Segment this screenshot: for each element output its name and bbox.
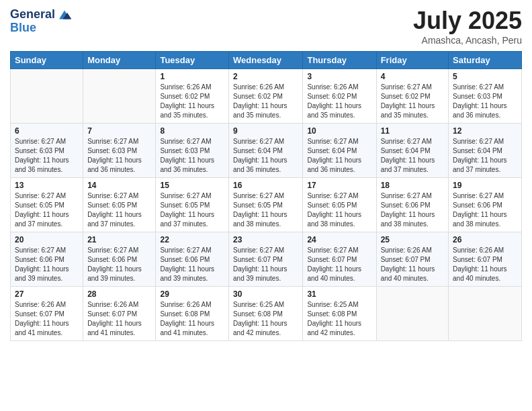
day-number: 25 (381, 235, 444, 244)
day-number: 30 (233, 289, 298, 299)
day-number: 2 (233, 72, 298, 81)
day-number: 24 (307, 235, 371, 244)
day-info: Sunrise: 6:25 AMSunset: 6:08 PMDaylight:… (233, 300, 298, 338)
day-info: Sunrise: 6:27 AMSunset: 6:03 PMDaylight:… (160, 137, 224, 175)
day-info: Sunrise: 6:27 AMSunset: 6:07 PMDaylight:… (233, 246, 298, 283)
logo-icon (56, 7, 73, 23)
col-tuesday: Tuesday (156, 52, 229, 69)
day-number: 11 (381, 126, 444, 136)
title-section: July 2025 Amashca, Ancash, Peru (413, 7, 522, 46)
day-info: Sunrise: 6:26 AMSunset: 6:07 PMDaylight:… (381, 246, 444, 283)
day-info: Sunrise: 6:26 AMSunset: 6:02 PMDaylight:… (160, 83, 224, 120)
week-row-1: 1Sunrise: 6:26 AMSunset: 6:02 PMDaylight… (11, 69, 522, 124)
logo-text-blue: Blue (10, 21, 36, 35)
day-info: Sunrise: 6:27 AMSunset: 6:07 PMDaylight:… (307, 246, 371, 283)
day-number: 13 (15, 181, 79, 190)
day-info: Sunrise: 6:27 AMSunset: 6:05 PMDaylight:… (233, 191, 298, 229)
day-number: 10 (307, 126, 371, 136)
day-cell-5-6 (376, 287, 448, 341)
col-thursday: Thursday (303, 52, 376, 69)
day-info: Sunrise: 6:27 AMSunset: 6:02 PMDaylight:… (381, 83, 444, 120)
page: General Blue July 2025 Amashca, Ancash, … (0, 0, 532, 411)
day-number: 19 (453, 181, 517, 190)
day-number: 18 (381, 181, 444, 190)
day-number: 4 (381, 72, 444, 81)
day-cell-1-5: 3Sunrise: 6:26 AMSunset: 6:02 PMDaylight… (303, 69, 376, 124)
day-cell-2-3: 8Sunrise: 6:27 AMSunset: 6:03 PMDaylight… (156, 124, 229, 178)
day-cell-2-6: 11Sunrise: 6:27 AMSunset: 6:04 PMDayligh… (376, 124, 448, 178)
day-cell-5-2: 28Sunrise: 6:26 AMSunset: 6:07 PMDayligh… (83, 287, 156, 341)
day-number: 22 (160, 235, 224, 244)
day-info: Sunrise: 6:27 AMSunset: 6:03 PMDaylight:… (15, 137, 79, 175)
day-number: 7 (87, 126, 151, 136)
day-info: Sunrise: 6:27 AMSunset: 6:03 PMDaylight:… (453, 83, 517, 120)
day-cell-4-4: 23Sunrise: 6:27 AMSunset: 6:07 PMDayligh… (229, 232, 303, 287)
day-number: 8 (160, 126, 224, 136)
day-info: Sunrise: 6:27 AMSunset: 6:06 PMDaylight:… (160, 246, 224, 283)
day-info: Sunrise: 6:26 AMSunset: 6:07 PMDaylight:… (15, 300, 79, 338)
day-cell-1-7: 5Sunrise: 6:27 AMSunset: 6:03 PMDaylight… (449, 69, 522, 124)
day-cell-3-5: 17Sunrise: 6:27 AMSunset: 6:05 PMDayligh… (303, 178, 376, 232)
col-wednesday: Wednesday (229, 52, 303, 69)
day-cell-5-5: 31Sunrise: 6:25 AMSunset: 6:08 PMDayligh… (303, 287, 376, 341)
day-number: 23 (233, 235, 298, 244)
day-info: Sunrise: 6:25 AMSunset: 6:08 PMDaylight:… (307, 300, 371, 338)
day-cell-3-2: 14Sunrise: 6:27 AMSunset: 6:05 PMDayligh… (83, 178, 156, 232)
day-info: Sunrise: 6:27 AMSunset: 6:06 PMDaylight:… (381, 191, 444, 229)
week-row-2: 6Sunrise: 6:27 AMSunset: 6:03 PMDaylight… (11, 124, 522, 178)
day-cell-1-2 (83, 69, 156, 124)
day-number: 20 (15, 235, 79, 244)
day-number: 27 (15, 289, 79, 299)
day-cell-3-3: 15Sunrise: 6:27 AMSunset: 6:05 PMDayligh… (156, 178, 229, 232)
logo-text-general: General (10, 8, 55, 21)
col-monday: Monday (83, 52, 156, 69)
day-number: 21 (87, 235, 151, 244)
day-info: Sunrise: 6:27 AMSunset: 6:03 PMDaylight:… (87, 137, 151, 175)
week-row-5: 27Sunrise: 6:26 AMSunset: 6:07 PMDayligh… (11, 287, 522, 341)
day-cell-3-4: 16Sunrise: 6:27 AMSunset: 6:05 PMDayligh… (229, 178, 303, 232)
day-cell-5-7 (449, 287, 522, 341)
day-info: Sunrise: 6:27 AMSunset: 6:05 PMDaylight:… (160, 191, 224, 229)
day-number: 6 (15, 126, 79, 136)
day-cell-2-7: 12Sunrise: 6:27 AMSunset: 6:04 PMDayligh… (449, 124, 522, 178)
calendar: Sunday Monday Tuesday Wednesday Thursday… (10, 51, 522, 341)
week-row-3: 13Sunrise: 6:27 AMSunset: 6:05 PMDayligh… (11, 178, 522, 232)
day-info: Sunrise: 6:26 AMSunset: 6:02 PMDaylight:… (307, 83, 371, 120)
day-number: 14 (87, 181, 151, 190)
day-cell-3-1: 13Sunrise: 6:27 AMSunset: 6:05 PMDayligh… (11, 178, 83, 232)
calendar-header-row: Sunday Monday Tuesday Wednesday Thursday… (11, 52, 522, 69)
day-number: 16 (233, 181, 298, 190)
week-row-4: 20Sunrise: 6:27 AMSunset: 6:06 PMDayligh… (11, 232, 522, 287)
day-cell-1-3: 1Sunrise: 6:26 AMSunset: 6:02 PMDaylight… (156, 69, 229, 124)
col-friday: Friday (376, 52, 448, 69)
day-cell-1-1 (11, 69, 83, 124)
day-info: Sunrise: 6:27 AMSunset: 6:05 PMDaylight:… (15, 191, 79, 229)
day-cell-4-1: 20Sunrise: 6:27 AMSunset: 6:06 PMDayligh… (11, 232, 83, 287)
day-info: Sunrise: 6:27 AMSunset: 6:05 PMDaylight:… (87, 191, 151, 229)
day-info: Sunrise: 6:26 AMSunset: 6:02 PMDaylight:… (233, 83, 298, 120)
day-info: Sunrise: 6:27 AMSunset: 6:05 PMDaylight:… (307, 191, 371, 229)
day-info: Sunrise: 6:27 AMSunset: 6:04 PMDaylight:… (453, 137, 517, 175)
day-cell-2-1: 6Sunrise: 6:27 AMSunset: 6:03 PMDaylight… (11, 124, 83, 178)
header: General Blue July 2025 Amashca, Ancash, … (10, 7, 522, 46)
day-info: Sunrise: 6:27 AMSunset: 6:06 PMDaylight:… (87, 246, 151, 283)
day-cell-4-5: 24Sunrise: 6:27 AMSunset: 6:07 PMDayligh… (303, 232, 376, 287)
col-sunday: Sunday (11, 52, 83, 69)
day-info: Sunrise: 6:27 AMSunset: 6:06 PMDaylight:… (15, 246, 79, 283)
day-info: Sunrise: 6:26 AMSunset: 6:07 PMDaylight:… (453, 246, 517, 283)
day-cell-4-3: 22Sunrise: 6:27 AMSunset: 6:06 PMDayligh… (156, 232, 229, 287)
day-number: 12 (453, 126, 517, 136)
day-cell-5-1: 27Sunrise: 6:26 AMSunset: 6:07 PMDayligh… (11, 287, 83, 341)
day-number: 26 (453, 235, 517, 244)
day-number: 29 (160, 289, 224, 299)
day-info: Sunrise: 6:27 AMSunset: 6:04 PMDaylight:… (233, 137, 298, 175)
day-number: 9 (233, 126, 298, 136)
day-number: 31 (307, 289, 371, 299)
day-number: 17 (307, 181, 371, 190)
day-cell-4-2: 21Sunrise: 6:27 AMSunset: 6:06 PMDayligh… (83, 232, 156, 287)
day-number: 1 (160, 72, 224, 81)
day-cell-2-4: 9Sunrise: 6:27 AMSunset: 6:04 PMDaylight… (229, 124, 303, 178)
month-title: July 2025 (413, 7, 522, 35)
day-cell-1-4: 2Sunrise: 6:26 AMSunset: 6:02 PMDaylight… (229, 69, 303, 124)
day-cell-3-7: 19Sunrise: 6:27 AMSunset: 6:06 PMDayligh… (449, 178, 522, 232)
